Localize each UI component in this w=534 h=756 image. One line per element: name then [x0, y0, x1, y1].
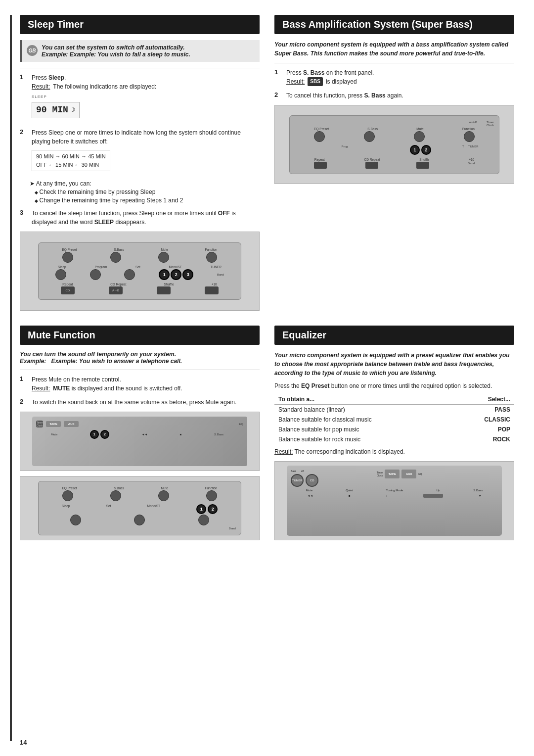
eq-option-0: Standard balance (linear) — [274, 405, 454, 415]
sleep-label: Sleep — [58, 265, 66, 269]
step-1-action: Press Sleep. — [32, 73, 260, 82]
mute-step-2-content: To switch the sound back on at the same … — [32, 398, 260, 407]
fp-cd-repeat: CD Repeat — [364, 158, 380, 161]
step-3-num: 3 — [20, 209, 27, 216]
mute-step-1: 1 Press Mute on the remote control. Resu… — [20, 375, 260, 393]
eq-option-3: Balance suitable for rock music — [274, 434, 454, 444]
flow-diagram: 90 MIN → 60 MIN → 45 MIN OFF ← 15 MIN ← … — [32, 150, 110, 171]
sleep-bullet-list: Check the remaining time by pressing Sle… — [30, 189, 260, 204]
mute-step-1-content: Press Mute on the remote control. Result… — [32, 375, 260, 393]
mute-step-1-result: Result: MUTE is displayed and the sound … — [32, 384, 260, 393]
sleep-timer-section: Sleep Timer GB You can set the system to… — [20, 15, 260, 311]
mr-function: Function — [205, 486, 217, 490]
mute-title: Mute Function — [20, 326, 260, 345]
bass-result-label: Result: — [286, 77, 305, 86]
mute-step-2: 2 To switch the sound back on at the sam… — [20, 398, 260, 407]
mute-step-1-num: 1 — [20, 375, 27, 382]
sleep-bullet-1: Check the remaining time by pressing Sle… — [35, 189, 260, 195]
eq-value-0: PASS — [454, 405, 514, 415]
flow-row-1-text: 90 MIN → 60 MIN → 45 MIN — [36, 152, 106, 161]
bass-step-1-action: Press S. Bass on the front panel. — [286, 68, 514, 77]
fp-eq-preset: EQ Preset — [314, 127, 329, 131]
mr-eq-preset: EQ Preset — [62, 486, 77, 490]
mr-set: Set — [106, 504, 111, 514]
sbs-badge: SBS — [308, 77, 323, 86]
cd-repeat-label: CD Repeat — [110, 283, 126, 286]
eq-option-1: Balance suitable for classical music — [274, 415, 454, 425]
mute-step-2-num: 2 — [20, 398, 27, 405]
sleep-timer-intro-box: GB You can set the system to switch off … — [20, 40, 260, 62]
step-3-content: To cancel the sleep timer function, pres… — [32, 209, 260, 227]
mr-s-bass: S.Bass — [114, 486, 124, 490]
mute-unit-image-top: TimerClock TAPE AUX EQ Mute 1 2 ◄◄ ■ S.B… — [20, 412, 260, 471]
bass-intro: Your micro component system is equipped … — [274, 40, 514, 58]
mute-step-1-action: Press Mute on the remote control. — [32, 375, 260, 384]
mute-result-label: Result: — [32, 384, 50, 393]
fp-function: Function — [462, 127, 475, 131]
eq-col2-header: Select... — [454, 394, 514, 405]
bass-step-1-content: Press S. Bass on the front panel. Result… — [286, 68, 514, 86]
fp-plus10: +10 — [469, 158, 474, 161]
mute-label: Mute — [161, 248, 168, 251]
sleep-step-3: 3 To cancel the sleep timer function, pr… — [20, 209, 260, 227]
sleep-step-2: 2 Press Sleep one or more times to indic… — [20, 128, 260, 175]
mute-remote-image-bottom: EQ Preset S.Bass Mute Function Sleep Set… — [20, 476, 260, 540]
fp-mute: Mute — [416, 127, 423, 131]
moon-icon: ☽ — [71, 105, 75, 115]
equalizer-title: Equalizer — [274, 326, 514, 345]
bass-title: Bass Amplification System (Super Bass) — [274, 15, 514, 34]
bass-section: Bass Amplification System (Super Bass) Y… — [274, 15, 514, 311]
step-1-content: Press Sleep. Result: The following indic… — [32, 73, 260, 123]
mr-mute: Mute — [161, 486, 168, 490]
page-layout: Sleep Timer GB You can set the system to… — [20, 15, 514, 555]
step-1-num: 1 — [20, 73, 27, 81]
eq-option-2: Balance suitable for pop music — [274, 425, 454, 434]
equalizer-unit-image: Bass eff TUNER CD TimerClock TAPE AUX EQ — [274, 461, 514, 540]
eq-value-2: POP — [454, 425, 514, 434]
step-2-action: Press Sleep one or more times to indicat… — [32, 128, 260, 146]
function-label: Function — [205, 248, 217, 251]
fp-shuffle: Shuffle — [419, 158, 429, 161]
program-label: Program — [94, 265, 107, 269]
flow-row-1: 90 MIN → 60 MIN → 45 MIN — [36, 152, 106, 161]
bass-step-2: 2 To cancel this function, press S. Bass… — [274, 91, 514, 100]
fp-s-bass: S.Bass — [367, 127, 378, 131]
eq-value-1: CLASSIC — [454, 415, 514, 425]
mono-st-label: Mono/ST — [169, 265, 181, 269]
set-label: Set — [135, 265, 140, 269]
step-1-result-text: The following indications are displayed: — [53, 82, 156, 91]
eq-preset-label: EQ Preset — [62, 248, 77, 251]
sleep-timer-example-text: Example: You wish to fall a sleep to mus… — [70, 51, 190, 58]
shuffle-label: Shuffle — [164, 283, 174, 286]
flow-row-2-text: OFF ← 15 MIN ← 30 MIN — [36, 161, 99, 169]
equalizer-section: Equalizer Your micro component system is… — [274, 326, 514, 540]
mute-intro-line1: You can turn the sound off temporarily o… — [20, 351, 260, 358]
sleep-timer-divider1 — [20, 68, 260, 68]
tuner-label-rc: TUNER — [211, 265, 222, 269]
fp-repeat: Repeat — [314, 158, 325, 161]
step-2-num: 2 — [20, 128, 27, 136]
sleep-display: SLEEP 90 MIN ☽ — [32, 94, 260, 120]
step-2-content: Press Sleep one or more times to indicat… — [32, 128, 260, 175]
eq-table-row: Balance suitable for classical musicCLAS… — [274, 415, 514, 425]
s-bass-label: S.Bass — [114, 248, 124, 251]
eq-value-3: ROCK — [454, 434, 514, 444]
plus10-label: +10 — [212, 283, 217, 286]
sleep-bullet-intro: ➤ At any time, you can: — [30, 180, 260, 187]
equalizer-intro: Your micro component system is equipped … — [274, 351, 514, 378]
bass-panel-image: on/offTimerClock EQ Preset S.Bass Mute F… — [274, 105, 514, 184]
bass-step-2-content: To cancel this function, press S. Bass a… — [286, 91, 514, 100]
bass-step-1-num: 1 — [274, 68, 281, 76]
bass-step-1-result: Result: SBS is displayed — [286, 77, 514, 86]
page-left-bar — [10, 15, 12, 741]
equalizer-result: Result: The corresponding indication is … — [274, 448, 514, 455]
mute-result-text: MUTE is displayed and the sound is switc… — [53, 384, 182, 393]
sleep-timer-example-label: Example: — [42, 51, 70, 58]
sleep-bullets-container: ➤ At any time, you can: Check the remain… — [20, 180, 260, 204]
step-1-result: Result: The following indications are di… — [32, 82, 260, 91]
mute-example-text: Example: You wish to answer a telephone … — [51, 358, 182, 365]
eq-table-row: Balance suitable for rock musicROCK — [274, 434, 514, 444]
mr-mono: Mono/ST — [147, 504, 160, 514]
equalizer-table: To obtain a... Select... Standard balanc… — [274, 394, 514, 444]
repeat-label: Repeat — [62, 283, 73, 286]
